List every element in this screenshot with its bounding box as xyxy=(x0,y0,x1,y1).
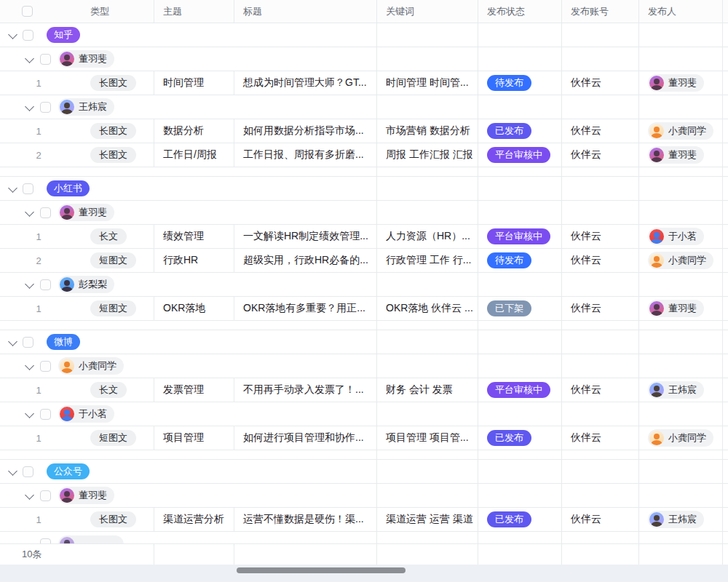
table-row: 1长图文数据分析如何用数据分析指导市场...市场营销 数据分析已发布伙伴云小龚同… xyxy=(0,119,728,143)
table-row: 1短图文项目管理如何进行项目管理和协作...项目管理 项目管...已发布伙伴云小… xyxy=(0,426,728,450)
type-tag: 短图文 xyxy=(90,252,136,268)
group-collapse-chevron-icon[interactable] xyxy=(8,183,17,193)
subgroup-cell-keywords xyxy=(377,402,478,426)
title-text: OKR落地有多重要？用正... xyxy=(243,302,365,315)
subgroup-cell-account xyxy=(562,95,639,119)
subgroup-cell-rest xyxy=(723,273,728,296)
topic-text: 时间管理 xyxy=(163,76,204,89)
subgroup-checkbox[interactable] xyxy=(40,490,51,501)
row-number: 1 xyxy=(28,426,50,450)
cell-publisher: 于小茗 xyxy=(639,225,723,248)
subgroup-row-王炜宸: 王炜宸 xyxy=(0,95,728,119)
select-all-checkbox[interactable] xyxy=(22,6,33,17)
subgroup-collapse-chevron-icon[interactable] xyxy=(25,409,34,418)
avatar-head-shape xyxy=(64,362,70,367)
account-text: 伙伴云 xyxy=(571,148,601,162)
group-checkbox[interactable] xyxy=(23,337,33,348)
avatar-icon xyxy=(649,253,664,268)
avatar-icon xyxy=(60,277,74,292)
subgroup-checkbox[interactable] xyxy=(40,279,51,290)
group-cell-account xyxy=(562,23,639,47)
cell-type: 短图文 xyxy=(82,249,154,272)
subgroup-cell-rest xyxy=(723,201,728,224)
cell-rest xyxy=(723,249,728,272)
cell-keywords: OKR落地 伙伴云 ... xyxy=(377,297,478,320)
cell-rest xyxy=(723,71,728,95)
column-header-label: 发布人 xyxy=(648,5,676,18)
subgroup-collapse-chevron-icon[interactable] xyxy=(25,102,34,111)
group-checkbox[interactable] xyxy=(23,466,33,477)
account-text: 伙伴云 xyxy=(571,513,601,526)
separator-cell-rest xyxy=(723,167,728,176)
account-text: 伙伴云 xyxy=(571,230,601,243)
topic-text: 渠道运营分析 xyxy=(163,513,224,526)
group-checkbox[interactable] xyxy=(23,30,33,41)
person-name-label: 彭梨梨 xyxy=(79,278,107,291)
avatar-head-shape xyxy=(654,256,660,262)
table-footer-row: 10条 xyxy=(0,544,728,565)
avatar-head-shape xyxy=(654,127,660,132)
cell-publisher: 王炜宸 xyxy=(639,508,723,531)
subgroup-checkbox[interactable] xyxy=(40,54,51,65)
separator-cell-rest xyxy=(723,450,728,459)
cell-type: 长文 xyxy=(82,225,154,248)
cell-rest xyxy=(723,225,728,248)
footer-cell-topic xyxy=(154,544,234,565)
subgroup-checkbox[interactable] xyxy=(40,538,51,544)
group-cell-title xyxy=(234,177,377,200)
avatar-body-shape xyxy=(61,287,73,292)
subgroup-person-pill: 彭梨梨 xyxy=(58,276,114,293)
cell-status: 平台审核中 xyxy=(478,225,562,248)
group-cell-keywords xyxy=(377,23,478,47)
table-row: 1长图文渠道运营分析运营不懂数据是硬伤！渠...渠道运营 运营 渠道已发布伙伴云… xyxy=(0,508,728,532)
subgroup-row-董羽斐: 董羽斐 xyxy=(0,47,728,71)
person-name-label: 董羽斐 xyxy=(79,489,107,502)
subgroup-cell-title xyxy=(234,484,377,507)
horizontal-scrollbar-thumb[interactable] xyxy=(237,567,405,573)
subgroup-checkbox[interactable] xyxy=(40,102,51,113)
subgroup-checkbox[interactable] xyxy=(40,409,51,420)
subgroup-collapse-chevron-icon[interactable] xyxy=(25,490,34,500)
cell-title: OKR落地有多重要？用正... xyxy=(234,297,377,320)
group-collapse-chevron-icon[interactable] xyxy=(8,30,17,39)
subgroup-collapse-chevron-icon[interactable] xyxy=(25,279,34,289)
subgroup-cell-keywords xyxy=(377,354,478,378)
topic-text: OKR落地 xyxy=(163,302,205,315)
cell-account: 伙伴云 xyxy=(562,71,639,95)
column-header-topic: 主题 xyxy=(154,0,234,23)
cell-keywords: 人力资源（HR）... xyxy=(377,225,478,248)
group-separator xyxy=(0,167,728,177)
avatar-icon xyxy=(649,148,664,162)
keywords-text: 市场营销 数据分析 xyxy=(386,124,470,137)
group-collapse-chevron-icon[interactable] xyxy=(8,337,17,346)
avatar-body-shape xyxy=(61,368,73,373)
avatar-body-shape xyxy=(61,61,73,66)
group-cell-account xyxy=(562,177,639,200)
person-name-label: 王炜宸 xyxy=(79,100,107,113)
subgroup-collapse-chevron-icon[interactable] xyxy=(25,361,34,370)
subgroup-collapse-chevron-icon[interactable] xyxy=(25,54,34,63)
footer-cell-title xyxy=(234,544,377,565)
subgroup-collapse-chevron-icon[interactable] xyxy=(25,207,34,217)
subgroup-checkbox[interactable] xyxy=(40,361,51,372)
subgroup-cell-publisher xyxy=(639,484,723,507)
avatar-head-shape xyxy=(654,304,660,310)
subgroup-checkbox[interactable] xyxy=(40,207,51,218)
subgroup-cell-status xyxy=(478,47,562,71)
separator-cell-status xyxy=(478,450,562,459)
subgroup-cell-account xyxy=(562,273,639,296)
cell-status: 已发布 xyxy=(478,508,562,531)
cell-title: 超级实用，行政HR必备的... xyxy=(234,249,377,272)
subgroup-cell-rest xyxy=(723,47,728,71)
partial-person-pill xyxy=(58,535,124,544)
title-text: 运营不懂数据是硬伤！渠... xyxy=(243,513,364,526)
subgroup-cell-publisher xyxy=(639,354,723,378)
group-collapse-chevron-icon[interactable] xyxy=(8,466,17,476)
subgroup-cell-status xyxy=(478,402,562,426)
avatar-body-shape xyxy=(651,311,662,316)
group-checkbox[interactable] xyxy=(23,183,33,194)
cell-publisher: 王炜宸 xyxy=(639,378,723,402)
group-cell-publisher xyxy=(639,460,723,483)
cell-rest xyxy=(723,143,728,167)
person-name-label: 于小茗 xyxy=(668,230,697,243)
